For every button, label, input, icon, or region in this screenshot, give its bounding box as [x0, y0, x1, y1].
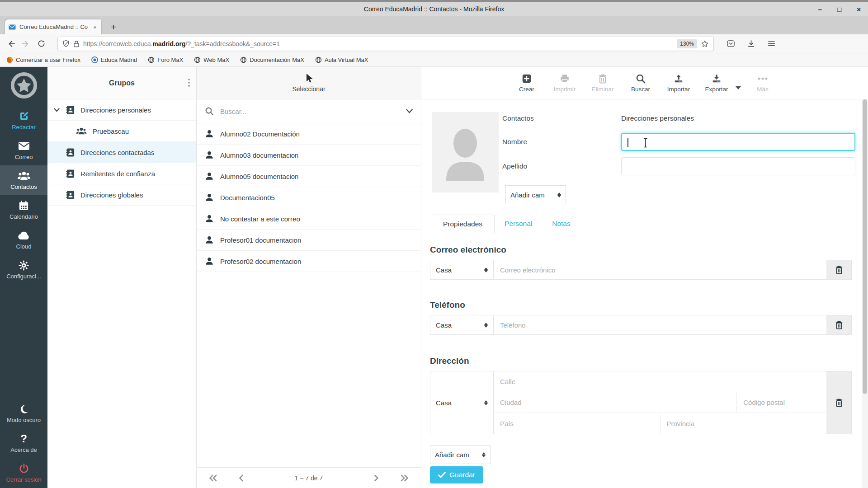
url-bar[interactable]: https://correoweb.educa.madrid.org/?_tas… [57, 37, 714, 51]
chevron-down-icon[interactable] [54, 108, 60, 112]
sidebar-item-redactar[interactable]: Redactar [0, 106, 47, 136]
shield-icon[interactable] [62, 40, 70, 47]
city-input[interactable] [494, 392, 737, 413]
save-button[interactable]: Guardar [430, 466, 483, 483]
avatar [432, 112, 499, 192]
export-button[interactable]: Exportar [699, 73, 734, 93]
select-mode-button[interactable]: Seleccionar [197, 67, 421, 99]
contact-row[interactable]: Documentacion05 [197, 187, 421, 208]
pointer-cursor-icon [304, 73, 313, 84]
scrollbar[interactable] [862, 99, 868, 488]
first-name-input[interactable] [621, 133, 855, 151]
new-tab-button[interactable]: + [108, 22, 119, 32]
bookmark-comenzar[interactable]: Comenzar a usar Firefox [6, 56, 80, 63]
tab-bar: Correo EducaMadrid :: Co × + [0, 16, 868, 34]
search-input[interactable] [220, 108, 400, 115]
last-page-icon[interactable] [400, 474, 409, 482]
last-name-input[interactable] [621, 157, 855, 175]
sidebar-item-cloud[interactable]: Cloud [0, 225, 47, 255]
group-item-pruebascau[interactable]: Pruebascau [47, 121, 196, 142]
group-item-remitentes-confianza[interactable]: Remitentes de confianza [47, 163, 196, 184]
bookmark-aula-virtual-max[interactable]: Aula Virtual MaX [315, 56, 368, 63]
tab-notas[interactable]: Notas [542, 214, 580, 233]
more-button[interactable]: Más [745, 73, 780, 93]
addressbook-icon [66, 105, 75, 115]
next-page-icon[interactable] [374, 474, 379, 482]
sidebar-item-configuracion[interactable]: Configuraci... [0, 255, 47, 285]
bookmark-web-max[interactable]: Web MaX [194, 56, 229, 63]
contact-row[interactable]: Profesor01 documentacion [197, 230, 421, 251]
tab-title: Correo EducaMadrid :: Co [19, 23, 89, 31]
bookmark-documentacion-max[interactable]: Documentación MaX [240, 56, 304, 63]
trash-icon [598, 74, 607, 84]
calendar-icon [19, 201, 29, 211]
sidebar-item-correo[interactable]: Correo [0, 136, 47, 165]
browser-tab[interactable]: Correo EducaMadrid :: Co × [5, 19, 102, 34]
globe-icon [315, 56, 322, 63]
previous-page-icon[interactable] [238, 474, 244, 482]
group-item-direcciones-personales[interactable]: Direcciones personales [47, 99, 196, 121]
delete-button[interactable]: Eliminar [585, 73, 620, 93]
reload-icon[interactable] [37, 39, 46, 48]
region-input[interactable] [660, 413, 827, 434]
person-icon [205, 257, 214, 266]
contact-row[interactable]: Alumno05 documentacion [197, 166, 421, 187]
menu-hamburger-icon[interactable] [767, 39, 776, 48]
contact-row[interactable]: Profesor02 documentacion [197, 251, 421, 272]
country-input[interactable] [494, 413, 660, 434]
scrollbar-thumb[interactable] [863, 99, 867, 394]
groups-options-kebab-icon[interactable] [188, 79, 190, 87]
maximize-button[interactable]: □ [837, 6, 841, 13]
lock-icon[interactable] [73, 40, 80, 47]
forward-icon[interactable] [22, 39, 31, 48]
phone-type-select[interactable]: Casa [430, 315, 494, 334]
import-button[interactable]: Importar [661, 73, 696, 93]
search-options-chevron-down-icon[interactable] [406, 109, 413, 113]
address-delete-button[interactable] [826, 371, 851, 434]
zip-input[interactable] [737, 392, 826, 413]
url-text: https://correoweb.educa.madrid.org/?_tas… [83, 40, 673, 47]
group-item-direcciones-contactadas[interactable]: Direcciones contactadas [47, 142, 196, 163]
select-arrows-icon [484, 267, 488, 272]
add-field-select-bottom[interactable]: Añadir cam [430, 445, 491, 464]
ibeam-cursor-icon [643, 137, 648, 148]
contact-row[interactable]: Alumno02 Documentación [197, 123, 421, 145]
tab-propiedades[interactable]: Propiedades [431, 215, 495, 233]
group-item-direcciones-globales[interactable]: Direcciones globales [47, 184, 196, 206]
phone-delete-button[interactable] [826, 315, 851, 334]
sidebar-item-cerrar-sesion[interactable]: Cerrar sesión [0, 458, 47, 488]
bookmark-foro-max[interactable]: Foro MaX [148, 56, 183, 63]
select-arrows-icon [484, 400, 488, 405]
back-icon[interactable] [6, 39, 15, 48]
close-button[interactable]: × [857, 6, 861, 13]
address-type-select[interactable]: Casa [430, 371, 494, 434]
downloads-icon[interactable] [747, 39, 755, 48]
sidebar-item-modo-oscuro[interactable]: Modo oscuro [0, 399, 47, 428]
email-input[interactable] [494, 260, 826, 279]
minimize-button[interactable]: – [818, 6, 822, 13]
pocket-icon[interactable] [726, 39, 735, 48]
bookmark-star-icon[interactable] [701, 40, 709, 48]
search-button[interactable]: Buscar [623, 73, 658, 93]
trash-icon [835, 398, 843, 407]
zoom-level-badge[interactable]: 130% [677, 39, 697, 48]
export-options-caret-icon[interactable] [736, 86, 741, 89]
create-button[interactable]: Crear [509, 73, 544, 93]
email-type-select[interactable]: Casa [430, 260, 494, 279]
sidebar-item-acerca-de[interactable]: ? Acerca de [0, 428, 47, 458]
search-icon[interactable] [205, 107, 214, 116]
print-button[interactable]: Imprimir [547, 73, 582, 93]
tab-personal[interactable]: Personal [495, 214, 542, 233]
contact-row[interactable]: Alumno03 documentacion [197, 145, 421, 166]
sidebar-item-contactos[interactable]: Contactos [0, 165, 47, 195]
first-page-icon[interactable] [208, 474, 217, 482]
street-input[interactable] [494, 371, 826, 392]
bookmark-educamadrid[interactable]: Educa Madrid [91, 56, 137, 63]
sidebar-item-calendario[interactable]: Calendario [0, 195, 47, 225]
phone-input[interactable] [494, 315, 826, 334]
email-delete-button[interactable] [826, 260, 851, 279]
firefox-window: Correo EducaMadrid :: Contactos - Mozill… [0, 0, 868, 488]
add-field-select[interactable]: Añadir cam [505, 185, 566, 204]
globe-icon [240, 56, 247, 63]
contact-row[interactable]: No contestar a este correo [197, 208, 421, 230]
